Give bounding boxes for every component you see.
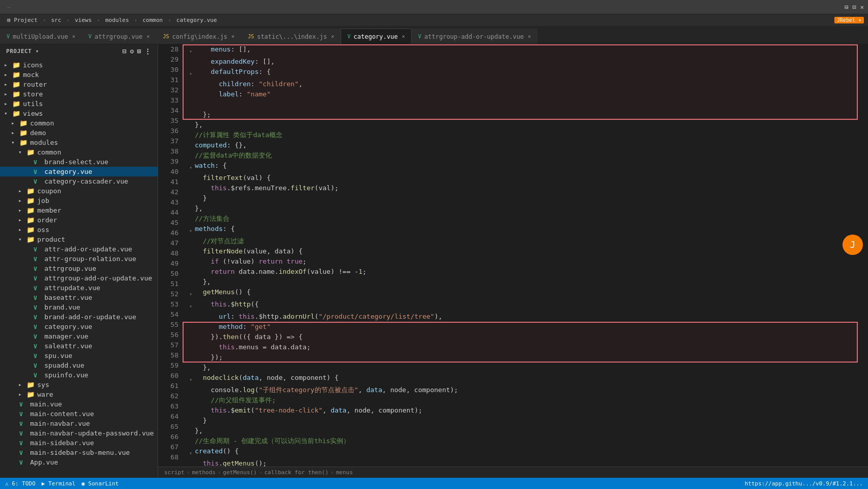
code-line-54: method: "get" [187, 322, 864, 332]
tab-close[interactable]: × [232, 34, 235, 39]
tab-category[interactable]: V category.vue × [341, 29, 412, 44]
sidebar-item-main-navbar-update[interactable]: Vmain-navbar-update-password.vue [0, 428, 158, 438]
tree-item-label: job [37, 197, 49, 204]
sidebar-item-oss[interactable]: ▸📁oss [0, 225, 158, 235]
fold-icon[interactable]: ▾ [187, 163, 195, 173]
tab-close[interactable]: × [331, 34, 334, 39]
sidebar-item-attrupdate[interactable]: Vattrupdate.vue [0, 283, 158, 293]
sidebar-item-saleattr[interactable]: Vsaleattr.vue [0, 341, 158, 351]
code-text: nodeclick(data, node, component) { [195, 373, 864, 383]
fold-icon[interactable]: ▾ [187, 289, 195, 299]
settings-icon[interactable]: ⚙ [130, 47, 134, 55]
tree-item-label: ware [37, 391, 53, 398]
jrebel-float-icon[interactable]: J [843, 235, 863, 255]
tab-config[interactable]: JS config\index.js × [156, 29, 241, 44]
code-text: }, [195, 203, 864, 214]
sidebar-item-modules-common[interactable]: ▾📁common [0, 147, 158, 157]
tab-close[interactable]: × [146, 34, 149, 39]
tab-label: attrgroup-add-or-update.vue [424, 33, 524, 40]
top-bar-icon[interactable]: ⊡ [853, 4, 856, 11]
code-text: url: this.$http.adornUrl("/product/categ… [195, 312, 864, 322]
tree-item-label: views [23, 110, 43, 117]
sidebar-item-spuadd[interactable]: Vspuadd.vue [0, 361, 158, 370]
sidebar-item-brand-select[interactable]: Vbrand-select.vue [0, 157, 158, 167]
code-line-62: this.$emit("tree-node-click", data, node… [187, 405, 864, 416]
sidebar-item-main-sidebar[interactable]: Vmain-sidebar.vue [0, 438, 158, 448]
sidebar-item-main-content[interactable]: Vmain-content.vue [0, 409, 158, 419]
sidebar-item-views[interactable]: ▾📁views [0, 109, 158, 118]
sidebar-item-attrgroup-add[interactable]: Vattrgroup-add-or-update.vue [0, 273, 158, 283]
sidebar-item-main-vue[interactable]: Vmain.vue [0, 399, 158, 409]
vue-icon: V [34, 303, 43, 311]
sidebar-item-store[interactable]: ▸📁store [0, 89, 158, 99]
fold-icon[interactable]: ▾ [187, 69, 195, 79]
sidebar-item-utils[interactable]: ▸📁utils [0, 99, 158, 109]
sidebar-item-mock[interactable]: ▸📁mock [0, 70, 158, 80]
sidebar-item-product[interactable]: ▾📁product [0, 235, 158, 244]
nav-modules[interactable]: modules [102, 16, 132, 24]
sidebar-item-baseattr[interactable]: Vbaseattr.vue [0, 293, 158, 302]
sidebar-item-brand-add[interactable]: Vbrand-add-or-update.vue [0, 312, 158, 322]
sidebar-item-spuinfo[interactable]: Vspuinfo.vue [0, 370, 158, 380]
collapse-all-icon[interactable]: ⊟ [122, 47, 126, 55]
sidebar-item-attr-group-rel[interactable]: Vattr-group-relation.vue [0, 254, 158, 264]
status-sonar[interactable]: ◉ SonarLint [82, 480, 119, 487]
folder-icon: 📁 [19, 139, 29, 146]
code-text: //监督data中的数据变化 [195, 150, 864, 161]
fold-icon[interactable]: ▾ [187, 226, 195, 236]
fold-icon[interactable]: ▾ [187, 301, 195, 312]
tab-close[interactable]: × [72, 34, 75, 39]
status-terminal[interactable]: ▶ Terminal [42, 480, 75, 487]
nav-src[interactable]: src [48, 16, 64, 24]
nav-file[interactable]: category.vue [173, 16, 220, 24]
sidebar-item-sys[interactable]: ▸📁sys [0, 380, 158, 390]
sidebar-item-router[interactable]: ▸📁router [0, 80, 158, 89]
tab-type-icon: V [88, 34, 91, 39]
gear-icon[interactable]: ⋮ [144, 47, 151, 55]
nav-views[interactable]: views [72, 16, 95, 24]
sidebar-item-attrgroup-vue[interactable]: Vattrgroup.vue [0, 264, 158, 273]
sidebar-item-App[interactable]: VApp.vue [0, 457, 158, 467]
sidebar-item-category[interactable]: Vcategory.vue [0, 167, 158, 176]
layout-icon[interactable]: ⊞ [137, 47, 141, 55]
fold-icon[interactable]: ▾ [187, 46, 195, 57]
tree-item-label: main-sidebar-sub-menu.vue [30, 449, 130, 456]
sidebar-item-coupon[interactable]: ▸📁coupon [0, 186, 158, 196]
tab-close[interactable]: × [528, 34, 531, 39]
sidebar-item-order[interactable]: ▸📁order [0, 215, 158, 225]
top-bar: – ⊟ ⊡ ✕ [0, 0, 868, 14]
sidebar-item-modules[interactable]: ▾📁modules [0, 138, 158, 147]
tab-static[interactable]: JS static\...\index.js × [241, 29, 341, 44]
sidebar-item-main-sidebar-sub[interactable]: Vmain-sidebar-sub-menu.vue [0, 448, 158, 457]
nav-common[interactable]: common [139, 16, 166, 24]
nav-project[interactable]: ⊞ Project [4, 16, 41, 24]
sidebar-item-category-vue[interactable]: Vcategory.vue [0, 322, 158, 331]
sidebar-item-job[interactable]: ▸📁job [0, 196, 158, 205]
sidebar-item-common[interactable]: ▸📁common [0, 118, 158, 128]
tab-attrgroup-add[interactable]: V attrgroup-add-or-update.vue × [412, 29, 538, 44]
sidebar-item-brand[interactable]: Vbrand.vue [0, 302, 158, 312]
tab-close[interactable]: × [402, 34, 405, 39]
sidebar-item-category-cascader[interactable]: Vcategory-cascader.vue [0, 176, 158, 186]
status-todo[interactable]: ⚠ 6: TODO [5, 480, 36, 487]
sidebar-item-spu[interactable]: Vspu.vue [0, 351, 158, 361]
sidebar-item-attr-add[interactable]: Vattr-add-or-update.vue [0, 244, 158, 254]
code-line-42: } [187, 193, 864, 203]
sidebar-item-icons[interactable]: ▸📁icons [0, 60, 158, 70]
sidebar-item-demo[interactable]: ▸📁demo [0, 128, 158, 138]
sidebar-item-ware[interactable]: ▸📁ware [0, 390, 158, 399]
top-bar-icon[interactable]: ✕ [860, 4, 864, 11]
fold-icon[interactable]: ▾ [187, 375, 195, 385]
folder-icon: 📁 [12, 81, 21, 88]
tab-attrgroup[interactable]: V attrgroup.vue × [82, 29, 156, 44]
code-text: //生命周期 - 创建完成（可以访问当前this实例） [195, 436, 864, 446]
fold-icon[interactable]: ▾ [187, 448, 195, 458]
top-bar-icon[interactable]: ⊟ [845, 4, 848, 11]
tab-multiUpload[interactable]: V multiUpload.vue × [0, 29, 82, 44]
chevron-icon: ▾ [4, 110, 12, 117]
sidebar-item-main-navbar[interactable]: Vmain-navbar.vue [0, 419, 158, 428]
jrebel-badge[interactable]: JRebel ▾ [834, 17, 864, 23]
sidebar-item-member[interactable]: ▸📁member [0, 205, 158, 215]
sidebar-item-manager[interactable]: Vmanager.vue [0, 331, 158, 341]
code-area[interactable]: ▾ menus: [], expandedKey: [],▾ defaultPr… [183, 44, 868, 467]
